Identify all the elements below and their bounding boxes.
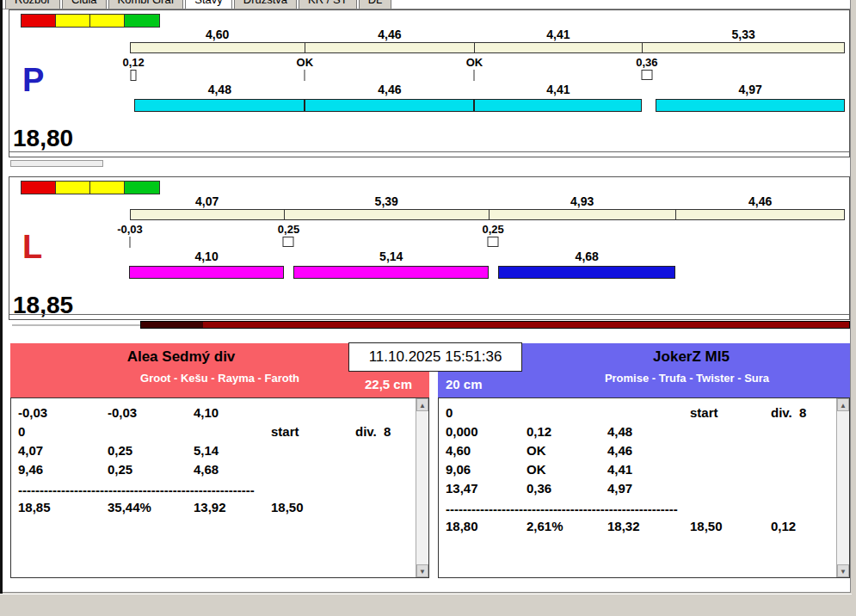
signal-light-3: [125, 182, 159, 194]
table-cell: start: [271, 422, 355, 441]
table-row: 0startdiv. 8: [11, 422, 415, 441]
table-cell: OK: [527, 441, 607, 460]
team-players-right: Promise - Trufa - Twister - Sura: [438, 372, 850, 385]
panel-divider: [9, 151, 849, 152]
signal-light-2: [90, 182, 125, 194]
table-cell: 18,50: [690, 517, 771, 536]
tab-stavy[interactable]: Stavy: [185, 0, 232, 9]
gap-square-marker: [641, 70, 652, 80]
distance-label-right: 20 cm: [446, 377, 483, 391]
table-cell: 0: [446, 403, 527, 422]
mini-scrollbar[interactable]: [10, 160, 103, 167]
table-cell: start: [690, 403, 771, 422]
panel-divider: [9, 314, 849, 315]
table-row: 0,0000,124,48: [439, 422, 835, 441]
gap-value-label: OK: [297, 56, 314, 69]
table-cell: 0,000: [446, 422, 527, 441]
table-cell: [355, 498, 415, 517]
table-cell: 9,46: [18, 460, 108, 479]
table-cell: 13,47: [446, 479, 527, 498]
table-cell: -0,03: [108, 403, 194, 422]
lane-panel-l: L 18,85 4,075,394,934,46-0,030,250,254,1…: [9, 176, 850, 320]
measure-bar: [129, 266, 285, 279]
table-separator: ----------------------------------------…: [439, 502, 835, 517]
gap-tick-marker: [305, 70, 305, 81]
table-cell: [690, 479, 771, 498]
lane-letter-p: P: [22, 62, 44, 99]
signal-light-2: [90, 15, 125, 27]
gap-value-label: OK: [466, 56, 483, 69]
tab-dru-stva[interactable]: Družstva: [234, 0, 297, 9]
signal-lights: [21, 14, 160, 28]
gap-value-label: 0,36: [636, 56, 657, 69]
segment-value-label: 4,46: [748, 194, 772, 208]
table-cell: 0,36: [527, 479, 607, 498]
table-cell: 35,44%: [108, 498, 194, 517]
tab-kr-st[interactable]: KR / ST: [299, 0, 357, 9]
table-cell: 13,92: [194, 498, 271, 517]
scroll-up-button[interactable]: ▲: [837, 398, 849, 411]
table-cell: 18,80: [446, 517, 527, 536]
table-cell: [108, 422, 194, 441]
table-cell: 4,60: [446, 441, 527, 460]
bar-value-label: 4,10: [194, 249, 218, 263]
bar-value-label: 4,46: [378, 83, 401, 96]
table-cell: [271, 403, 355, 422]
gap-value-label: -0,03: [117, 223, 143, 236]
table-cell: [771, 422, 835, 441]
signal-light-3: [125, 15, 159, 27]
tab-dl[interactable]: DL: [359, 0, 392, 9]
measure-bar: [134, 99, 305, 112]
table-cell: OK: [527, 460, 607, 479]
bar-value-label: 4,68: [576, 249, 599, 263]
table-cell: 0: [18, 422, 108, 441]
table-cell: 18,50: [271, 498, 355, 517]
segment-value-label: 4,60: [206, 28, 229, 41]
table-row: 4,60OK4,46: [439, 441, 835, 460]
signal-light-1: [56, 15, 90, 27]
table-cell: [690, 441, 771, 460]
tab-rozbor[interactable]: Rozbor: [5, 0, 60, 9]
scroll-up-button[interactable]: ▲: [416, 398, 428, 411]
lane-chart-p: 4,604,464,415,330,12OKOK0,364,484,464,41…: [130, 28, 845, 124]
table-cell: 4,97: [607, 479, 690, 498]
signal-light-1: [56, 182, 90, 194]
window-right-edge: [852, 0, 856, 616]
ruler-divider: [642, 42, 643, 53]
tab-kombi-graf[interactable]: Kombi Graf: [108, 0, 184, 9]
measure-bar: [474, 99, 642, 112]
scroll-down-button[interactable]: ▼: [837, 564, 849, 577]
scroll-down-button[interactable]: ▼: [416, 564, 428, 577]
ruler-divider: [675, 209, 676, 220]
table-cell: [690, 460, 771, 479]
progress-bar-segment: [141, 322, 203, 328]
table-row: 9,06OK4,41: [439, 460, 835, 479]
measure-bar: [305, 99, 474, 112]
gap-tick-marker: [474, 70, 475, 81]
distance-label-left: 22,5 cm: [365, 377, 412, 391]
scrollbar-left[interactable]: ▲ ▼: [416, 398, 428, 577]
lane-letter-l: L: [22, 229, 42, 266]
table-cell: [771, 441, 835, 460]
table-cell: [771, 460, 835, 479]
bar-value-label: 5,14: [379, 249, 403, 263]
tab--idla[interactable]: Čidla: [62, 0, 107, 9]
table-cell: 4,48: [607, 422, 690, 441]
lane-panel-p: P 18,80 4,604,464,415,330,12OKOK0,364,48…: [9, 9, 850, 157]
tab-bar-inner: RozborČidlaKombi GrafStavyDružstvaKR / S…: [5, 0, 539, 9]
table-row: 0startdiv. 8: [439, 403, 835, 422]
measure-bar: [656, 99, 845, 112]
table-cell: 5,14: [194, 441, 271, 460]
gap-value-label: 0,25: [278, 223, 299, 236]
gap-square-marker: [283, 237, 294, 247]
table-cell: [271, 441, 355, 460]
scrollbar-right[interactable]: ▲ ▼: [836, 398, 849, 577]
score-table-left: -0,03-0,034,100startdiv. 84,070,255,149,…: [10, 397, 429, 578]
table-cell: 4,41: [607, 460, 690, 479]
table-row: 9,460,254,68: [11, 460, 415, 479]
gap-value-label: 0,12: [122, 56, 144, 69]
table-cell: [690, 422, 771, 441]
segment-value-label: 4,41: [546, 28, 570, 41]
app-window: RozborČidlaKombi GrafStavyDružstvaKR / S…: [0, 0, 856, 616]
table-separator: ----------------------------------------…: [11, 483, 415, 498]
